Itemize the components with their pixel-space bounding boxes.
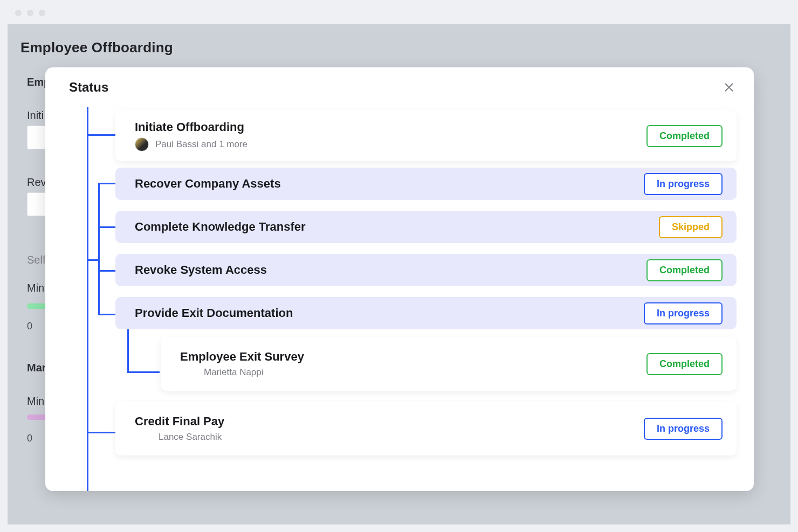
status-badge-in-progress: In progress [644, 302, 723, 324]
avatar [135, 137, 149, 151]
status-badge-completed: Completed [646, 353, 723, 375]
bg-zero-2: 0 [27, 433, 32, 444]
tree-connector [98, 183, 100, 314]
modal-header: Status [45, 67, 754, 107]
app-background: Employee Offboarding Emp Initi Rev Self … [8, 24, 790, 524]
tree-connector [87, 259, 99, 261]
step-employee-exit-survey[interactable]: Employee Exit Survey Marietta Nappi Comp… [161, 337, 737, 391]
step-initiate-offboarding[interactable]: Initiate Offboarding Paul Bassi and 1 mo… [115, 110, 737, 161]
step-title: Initiate Offboarding [135, 120, 247, 134]
bg-label-mar: Mar [27, 362, 46, 374]
step-title: Provide Exit Documentation [135, 306, 293, 320]
tree-connector [87, 107, 88, 491]
modal-body: Initiate Offboarding Paul Bassi and 1 mo… [45, 107, 754, 491]
assignee-name: Lance Sarachik [159, 432, 222, 443]
close-icon [723, 81, 735, 93]
bg-field-2 [27, 192, 46, 216]
step-title: Revoke System Access [135, 263, 267, 277]
status-badge-in-progress: In progress [644, 173, 723, 195]
page-title: Employee Offboarding [20, 39, 173, 56]
tree-connector [127, 325, 129, 372]
close-button[interactable] [721, 80, 737, 95]
assignee-name: Marietta Nappi [204, 367, 264, 378]
bg-label-rev: Rev [27, 176, 46, 189]
status-badge-completed: Completed [646, 125, 723, 147]
status-badge-in-progress: In progress [644, 418, 723, 440]
status-badge-completed: Completed [646, 259, 723, 281]
assignee-name: Paul Bassi and 1 more [155, 139, 247, 150]
tree-connector [98, 270, 116, 272]
step-credit-final-pay[interactable]: Credit Final Pay Lance Sarachik In progr… [115, 402, 737, 455]
step-complete-knowledge-transfer[interactable]: Complete Knowledge Transfer Skipped [115, 211, 737, 243]
window-frame: Employee Offboarding Emp Initi Rev Self … [0, 0, 798, 532]
bg-label-min2: Min [27, 395, 44, 407]
step-title: Complete Knowledge Transfer [135, 220, 306, 234]
step-title: Credit Final Pay [135, 414, 224, 429]
window-traffic-lights [15, 10, 45, 16]
step-title: Recover Company Assets [135, 177, 281, 191]
assignee-row: Paul Bassi and 1 more [135, 137, 247, 151]
tree-connector [127, 371, 160, 373]
tree-connector [98, 226, 116, 228]
tree-connector [98, 314, 116, 315]
bg-zero-1: 0 [27, 321, 32, 332]
traffic-light-dot [15, 10, 22, 16]
bg-label-self: Self [27, 254, 45, 266]
status-badge-skipped: Skipped [659, 216, 723, 238]
step-provide-exit-documentation[interactable]: Provide Exit Documentation In progress [115, 297, 737, 329]
traffic-light-dot [27, 10, 33, 16]
step-recover-company-assets[interactable]: Recover Company Assets In progress [115, 168, 737, 200]
tree-connector [87, 134, 115, 136]
step-title: Employee Exit Survey [180, 350, 304, 364]
bg-label-initi: Initi [27, 109, 44, 122]
traffic-light-dot [39, 10, 45, 16]
assignee-row: Lance Sarachik [135, 432, 224, 443]
bg-field-1 [27, 126, 46, 149]
modal-title: Status [69, 80, 108, 95]
assignee-row: Marietta Nappi [180, 367, 304, 378]
tree-connector [87, 432, 115, 433]
bg-label-min1: Min [27, 282, 44, 294]
status-modal: Status [45, 67, 754, 491]
tree-connector [98, 183, 116, 184]
step-revoke-system-access[interactable]: Revoke System Access Completed [115, 254, 737, 286]
